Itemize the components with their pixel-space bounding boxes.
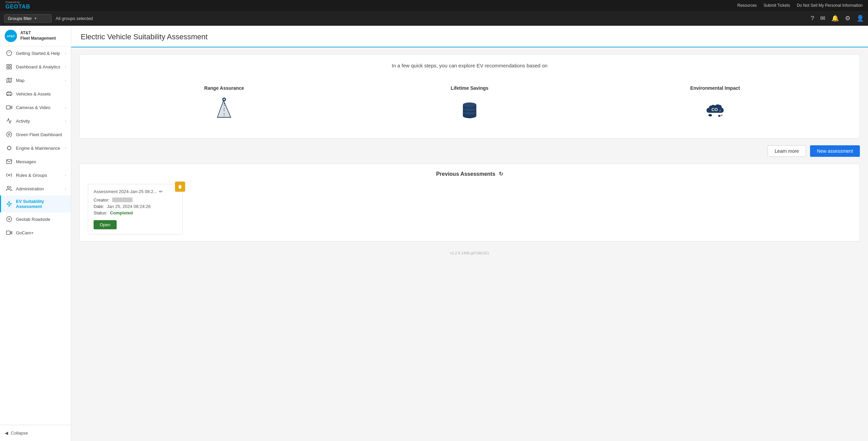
action-row: Learn more New assessment <box>79 145 860 157</box>
sidebar-item-messages[interactable]: Messages <box>0 155 71 168</box>
sidebar-item-green-fleet[interactable]: Green Fleet Dashboard <box>0 128 71 141</box>
svg-rect-12 <box>6 93 12 95</box>
green-fleet-icon <box>6 131 13 138</box>
top-bar: Powered by GEOTAB Resources Submit Ticke… <box>0 0 868 11</box>
edit-icon[interactable]: ✏ <box>159 189 163 194</box>
collapse-label: Collapse <box>11 430 28 436</box>
green-fleet-label: Green Fleet Dashboard <box>16 132 66 137</box>
ev-intro-text: In a few quick steps, you can explore EV… <box>88 63 851 74</box>
assessment-status-row: Status: Completed <box>94 210 177 215</box>
getting-started-label: Getting Started & Help <box>16 51 62 56</box>
rules-label: Rules & Groups <box>16 173 62 178</box>
gocam-icon <box>6 229 13 236</box>
sidebar-item-gocam[interactable]: GoCam+ <box>0 226 71 239</box>
content-area: Electric Vehicle Suitability Assessment … <box>71 26 868 441</box>
dashboard-icon <box>6 63 13 70</box>
sidebar-item-getting-started[interactable]: Getting Started & Help › <box>0 46 71 60</box>
svg-point-19 <box>7 186 9 188</box>
groups-filter-button[interactable]: Groups filter ▼ <box>4 14 52 23</box>
administration-label: Administration <box>16 186 62 191</box>
sidebar-item-ev-suitability[interactable]: EV Suitability Assessment <box>0 195 71 212</box>
resources-link[interactable]: Resources <box>737 3 757 8</box>
activity-label: Activity <box>16 119 62 124</box>
savings-icon <box>456 96 483 123</box>
delete-assessment-button[interactable] <box>175 182 185 192</box>
date-label: Date: <box>94 204 104 209</box>
sidebar-item-dashboard[interactable]: Dashboard & Analytics › <box>0 60 71 74</box>
sidebar-item-map[interactable]: Map › <box>0 74 71 87</box>
sidebar-item-cameras[interactable]: Cameras & Video › <box>0 101 71 114</box>
all-groups-text: All groups selected <box>56 16 93 21</box>
date-value: Jan 25, 2024 08:24:26 <box>107 204 151 209</box>
svg-text:2: 2 <box>719 109 721 112</box>
map-label: Map <box>16 78 62 83</box>
do-not-sell-link[interactable]: Do Not Sell My Personal Information <box>797 3 863 8</box>
status-value: Completed <box>110 210 133 215</box>
version-text: v1.2.9.1486-g67d8c321 <box>450 251 489 255</box>
sidebar-item-activity[interactable]: Activity › <box>0 114 71 128</box>
ev-feature-range: Range Assurance <box>101 85 347 123</box>
env-icon: CO 2 <box>702 96 729 123</box>
sub-header: Groups filter ▼ All groups selected ? ✉ … <box>0 11 868 26</box>
help-icon[interactable]: ? <box>811 15 814 22</box>
brand-name-label: AT&TFleet Management <box>20 30 56 41</box>
sub-header-icons: ? ✉ 🔔 ⚙ 👤 <box>811 15 864 22</box>
assessment-title-text: Assessment 2024-Jan-25 08:2... <box>94 189 157 194</box>
previous-assessments-card: Previous Assessments ↻ Assessment 2024-J… <box>79 164 860 241</box>
svg-rect-17 <box>8 147 11 150</box>
rules-chevron-icon: › <box>65 173 66 177</box>
range-label: Range Assurance <box>204 85 244 91</box>
ev-suitability-icon <box>6 201 13 207</box>
assessment-title: Assessment 2024-Jan-25 08:2... ✏ <box>94 189 177 194</box>
svg-point-30 <box>223 99 225 100</box>
messages-sidebar-icon <box>6 158 13 165</box>
svg-rect-15 <box>6 106 10 109</box>
refresh-icon[interactable]: ↻ <box>499 171 503 177</box>
svg-rect-6 <box>10 64 12 66</box>
administration-icon <box>6 185 13 192</box>
ev-feature-env: Environmental Impact CO 2 <box>592 85 838 123</box>
previous-assessments-title: Previous Assessments <box>436 171 495 177</box>
new-assessment-button[interactable]: New assessment <box>810 145 860 157</box>
sidebar-item-vehicles[interactable]: Vehicles & Assets <box>0 87 71 101</box>
submit-tickets-link[interactable]: Submit Tickets <box>764 3 790 8</box>
engine-icon <box>6 145 13 151</box>
svg-point-42 <box>721 114 723 116</box>
sidebar-item-administration[interactable]: Administration › <box>0 182 71 195</box>
sidebar: AT&T AT&TFleet Management Getting Starte… <box>0 26 71 441</box>
svg-rect-23 <box>6 231 10 235</box>
sidebar-item-engine[interactable]: Engine & Maintenance › <box>0 141 71 155</box>
sidebar-item-geotab-roadside[interactable]: Geotab Roadside <box>0 212 71 226</box>
geotab-logo: Powered by GEOTAB <box>5 1 30 10</box>
top-bar-links: Resources Submit Tickets Do Not Sell My … <box>737 3 863 8</box>
svg-rect-8 <box>10 67 12 69</box>
svg-rect-5 <box>7 64 8 66</box>
groups-filter-label: Groups filter <box>8 16 32 21</box>
user-icon[interactable]: 👤 <box>856 15 864 22</box>
collapse-button[interactable]: ◀ Collapse <box>0 428 71 438</box>
open-assessment-button[interactable]: Open <box>94 220 117 229</box>
geotab-roadside-label: Geotab Roadside <box>16 217 66 222</box>
settings-icon[interactable]: ⚙ <box>845 15 850 22</box>
collapse-arrow-icon: ◀ <box>5 430 8 436</box>
svg-point-16 <box>8 134 10 135</box>
messages-icon[interactable]: ✉ <box>820 15 825 22</box>
geotab-roadside-icon <box>6 216 13 223</box>
notifications-icon[interactable]: 🔔 <box>831 15 839 22</box>
env-label: Environmental Impact <box>690 85 740 91</box>
cameras-chevron-icon: › <box>65 106 66 109</box>
dashboard-chevron-icon: › <box>65 65 66 69</box>
rules-icon <box>6 172 13 178</box>
main-layout: AT&T AT&TFleet Management Getting Starte… <box>0 26 868 441</box>
engine-chevron-icon: › <box>65 146 66 150</box>
sidebar-item-rules[interactable]: Rules & Groups › <box>0 168 71 182</box>
map-chevron-icon: › <box>65 79 66 82</box>
getting-started-icon <box>6 50 13 57</box>
range-icon <box>211 96 238 123</box>
svg-text:AT&T: AT&T <box>7 35 15 38</box>
brand-logo-icon: AT&T <box>5 30 17 42</box>
svg-rect-7 <box>7 67 8 69</box>
ev-feature-savings: Lifetime Savings <box>347 85 592 123</box>
learn-more-button[interactable]: Learn more <box>768 145 806 157</box>
map-icon <box>6 77 13 84</box>
